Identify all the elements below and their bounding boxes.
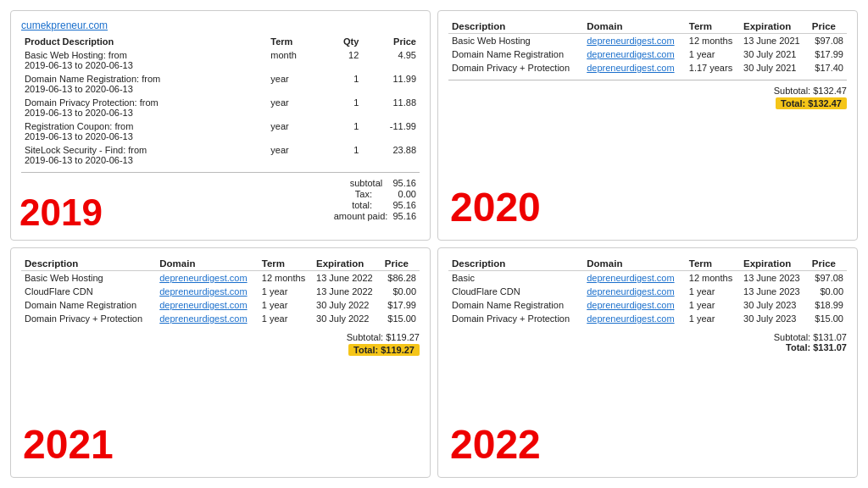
col-expiration: Expiration	[740, 257, 809, 271]
term-cell: 12 months	[259, 271, 313, 286]
term-cell: year	[267, 96, 324, 119]
price-cell: $0.00	[381, 285, 420, 298]
panel-2019: cumekpreneur.com Product Description Ter…	[10, 10, 431, 241]
price-cell: $15.00	[381, 312, 420, 325]
domain-link[interactable]: depreneurdigest.com	[587, 36, 674, 46]
panel-2021: Description Domain Term Expiration Price…	[10, 247, 431, 478]
col-qty: Qty	[324, 35, 362, 48]
domain-link[interactable]: depreneurdigest.com	[159, 273, 247, 283]
price-cell: $17.99	[381, 298, 420, 312]
year-2021: 2021	[23, 424, 114, 465]
domain-link[interactable]: depreneurdigest.com	[159, 286, 247, 297]
col-description: Description	[21, 257, 156, 271]
desc-cell: CloudFlare CDN	[448, 285, 583, 298]
term-cell: 1 year	[686, 47, 740, 61]
subtotal-row: Subtotal: $132.47	[448, 86, 847, 96]
price-cell: $0.00	[809, 285, 847, 298]
domain-link[interactable]: depreneurdigest.com	[587, 286, 674, 297]
totals-section-2020: Subtotal: $132.47 Total: $132.47	[448, 86, 847, 109]
link-cumekpreneur[interactable]: cumekpreneur.com	[21, 19, 108, 31]
invoice-table-2022: Description Domain Term Expiration Price…	[448, 257, 847, 325]
desc-cell: Domain Privacy + Protection	[21, 312, 156, 325]
table-row: Domain Privacy Protection: from2019-06-1…	[21, 96, 420, 119]
total-label: total:	[352, 200, 372, 210]
table-row: Domain Privacy + Protection depreneurdig…	[21, 312, 420, 325]
domain-link[interactable]: depreneurdigest.com	[587, 63, 674, 73]
col-term: Term	[686, 257, 740, 271]
domain-cell: depreneurdigest.com	[583, 285, 686, 298]
col-expiration: Expiration	[313, 257, 381, 271]
desc-cell: Domain Privacy + Protection	[448, 312, 583, 325]
domain-link[interactable]: depreneurdigest.com	[159, 300, 247, 310]
price-cell: $18.99	[809, 298, 847, 312]
col-description: Description	[448, 19, 583, 34]
price-cell: 4.95	[362, 48, 420, 72]
desc-cell: Domain Name Registration	[448, 298, 583, 312]
amount-paid-label: amount paid:	[334, 211, 388, 221]
domain-link[interactable]: depreneurdigest.com	[587, 49, 674, 59]
col-term: Term	[267, 35, 324, 48]
desc-cell: Domain Privacy + Protection	[448, 61, 583, 75]
domain-link[interactable]: depreneurdigest.com	[587, 313, 674, 324]
expiry-cell: 30 July 2021	[740, 61, 809, 75]
qty-cell: 1	[324, 96, 362, 119]
table-row: Domain Name Registration depreneurdigest…	[21, 298, 420, 312]
domain-link[interactable]: depreneurdigest.com	[587, 300, 674, 310]
expiry-cell: 30 July 2022	[313, 298, 381, 312]
table-row: Domain Name Registration: from2019-06-13…	[21, 72, 420, 96]
table-row: Domain Privacy + Protection depreneurdig…	[448, 61, 847, 75]
price-cell: $17.40	[809, 61, 847, 75]
term-cell: year	[267, 72, 324, 96]
col-term: Term	[259, 257, 313, 271]
receipt-table-2019: Product Description Term Qty Price Basic…	[21, 35, 420, 167]
subtotal-row: Subtotal: $119.27	[21, 332, 420, 342]
desc-cell: Basic	[448, 271, 583, 286]
price-cell: -11.99	[362, 119, 420, 143]
desc-cell: Domain Name Registration	[448, 47, 583, 61]
col-price: Price	[362, 35, 420, 48]
desc-cell: Domain Name Registration: from2019-06-13…	[21, 72, 267, 96]
term-cell: 1 year	[259, 298, 313, 312]
domain-link[interactable]: depreneurdigest.com	[159, 313, 247, 324]
term-cell: 1 year	[259, 312, 313, 325]
desc-cell: Registration Coupon: from2019-06-13 to 2…	[21, 119, 267, 143]
domain-cell: depreneurdigest.com	[583, 312, 686, 325]
qty-cell: 12	[324, 48, 362, 72]
col-domain: Domain	[156, 257, 259, 271]
table-row: Basic Web Hosting: from2019-06-13 to 202…	[21, 48, 420, 72]
panel-2020: Description Domain Term Expiration Price…	[437, 10, 858, 241]
desc-cell: Domain Name Registration	[21, 298, 156, 312]
domain-cell: depreneurdigest.com	[156, 285, 259, 298]
table-row: Registration Coupon: from2019-06-13 to 2…	[21, 119, 420, 143]
domain-cell: depreneurdigest.com	[583, 298, 686, 312]
table-row: Domain Name Registration depreneurdigest…	[448, 47, 847, 61]
col-product: Product Description	[21, 35, 267, 48]
desc-cell: Basic Web Hosting: from2019-06-13 to 202…	[21, 48, 267, 72]
term-cell: year	[267, 143, 324, 167]
desc-cell: CloudFlare CDN	[21, 285, 156, 298]
expiry-cell: 13 June 2023	[740, 285, 809, 298]
col-term: Term	[686, 19, 740, 34]
subtotal-row: Subtotal: $131.07	[448, 332, 847, 342]
panel-2022: Description Domain Term Expiration Price…	[437, 247, 858, 478]
domain-cell: depreneurdigest.com	[156, 298, 259, 312]
domain-cell: depreneurdigest.com	[583, 61, 686, 75]
desc-cell: SiteLock Security - Find: from2019-06-13…	[21, 143, 267, 167]
expiry-cell: 30 July 2023	[740, 312, 809, 325]
divider	[448, 80, 847, 80]
year-2020: 2020	[450, 187, 541, 228]
price-cell: $97.08	[809, 271, 847, 286]
term-cell: 12 months	[686, 34, 740, 48]
totals-section-2021: Subtotal: $119.27 Total: $119.27	[21, 332, 420, 356]
subtotal-label: subtotal	[350, 178, 383, 188]
term-cell: 12 months	[686, 271, 740, 286]
term-cell: 1 year	[686, 312, 740, 325]
domain-cell: depreneurdigest.com	[156, 271, 259, 286]
domain-link[interactable]: depreneurdigest.com	[587, 273, 674, 283]
table-row: Basic Web Hosting depreneurdigest.com 12…	[448, 34, 847, 48]
col-expiration: Expiration	[740, 19, 809, 34]
expiry-cell: 30 July 2021	[740, 47, 809, 61]
term-cell: 1 year	[259, 285, 313, 298]
desc-cell: Basic Web Hosting	[21, 271, 156, 286]
domain-cell: depreneurdigest.com	[156, 312, 259, 325]
